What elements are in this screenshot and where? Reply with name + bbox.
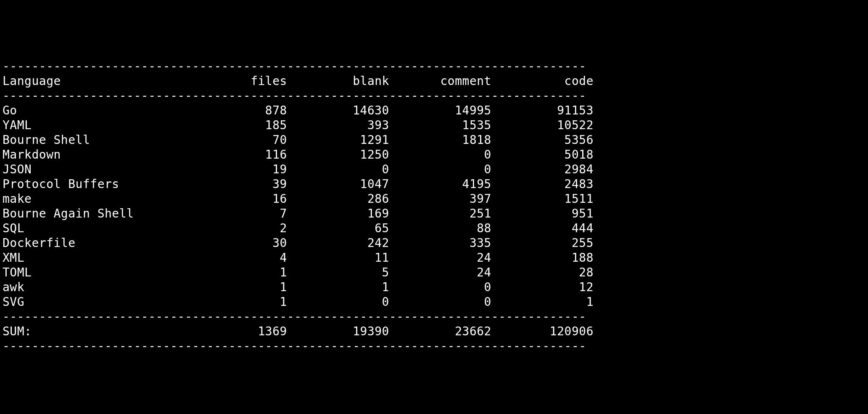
cell-code: 1: [491, 295, 594, 309]
cell-language: Bourne Shell: [3, 133, 185, 147]
cell-files: 1: [185, 295, 287, 309]
cell-code: 28: [491, 265, 594, 279]
cell-code: 2984: [491, 162, 594, 176]
cell-comment: 88: [389, 221, 491, 235]
table-row: TOML 1 5 24 28: [3, 265, 594, 279]
cell-files: 70: [185, 133, 287, 147]
col-blank: blank: [287, 74, 389, 88]
cell-code: 255: [491, 236, 594, 250]
cell-comment: 14995: [389, 104, 491, 117]
sum-comment: 23662: [389, 324, 491, 338]
cell-comment: 0: [389, 280, 491, 294]
cell-language: Bourne Again Shell: [3, 207, 185, 220]
cell-blank: 0: [287, 162, 389, 176]
cell-language: Protocol Buffers: [3, 177, 185, 191]
separator: ----------------------------------------…: [3, 59, 586, 73]
sum-code: 120906: [491, 324, 594, 338]
table-row: SQL 2 65 88 444: [3, 221, 594, 235]
cell-blank: 242: [287, 236, 389, 250]
cell-comment: 24: [389, 265, 491, 279]
col-files: files: [185, 74, 287, 88]
cell-blank: 1291: [287, 133, 389, 147]
cell-blank: 11: [287, 251, 389, 265]
cell-files: 16: [185, 192, 287, 206]
sum-blank: 19390: [287, 324, 389, 338]
cell-language: XML: [3, 251, 185, 265]
table-row: make 16 286 397 1511: [3, 192, 594, 206]
cell-files: 30: [185, 236, 287, 250]
table-row: YAML 185 393 1535 10522: [3, 118, 594, 132]
cell-comment: 1818: [389, 133, 491, 147]
table-row: XML 4 11 24 188: [3, 251, 594, 265]
cell-comment: 1535: [389, 118, 491, 132]
cell-blank: 393: [287, 118, 389, 132]
cell-code: 2483: [491, 177, 594, 191]
cell-files: 116: [185, 148, 287, 162]
cloc-output: ----------------------------------------…: [0, 59, 868, 353]
table-row: Bourne Again Shell 7 169 251 951: [3, 207, 594, 220]
cell-code: 5018: [491, 148, 594, 162]
table-row: Go 878 14630 14995 91153: [3, 104, 594, 117]
cell-files: 19: [185, 162, 287, 176]
cell-blank: 286: [287, 192, 389, 206]
cell-code: 5356: [491, 133, 594, 147]
col-comment: comment: [389, 74, 491, 88]
cell-files: 7: [185, 207, 287, 220]
cell-files: 1: [185, 265, 287, 279]
cell-comment: 335: [389, 236, 491, 250]
cell-language: make: [3, 192, 185, 206]
table-row: Dockerfile 30 242 335 255: [3, 236, 594, 250]
cell-comment: 251: [389, 207, 491, 220]
table-row: awk 1 1 0 12: [3, 280, 594, 294]
table-row: Protocol Buffers 39 1047 4195 2483: [3, 177, 594, 191]
cell-blank: 5: [287, 265, 389, 279]
cell-comment: 397: [389, 192, 491, 206]
cell-code: 951: [491, 207, 594, 220]
col-code: code: [491, 74, 594, 88]
table-row: Bourne Shell 70 1291 1818 5356: [3, 133, 594, 147]
cell-code: 1511: [491, 192, 594, 206]
cell-code: 188: [491, 251, 594, 265]
cell-code: 444: [491, 221, 594, 235]
cell-code: 12: [491, 280, 594, 294]
cell-files: 39: [185, 177, 287, 191]
cell-language: TOML: [3, 265, 185, 279]
cell-blank: 14630: [287, 104, 389, 117]
col-language: Language: [3, 74, 185, 88]
cell-files: 1: [185, 280, 287, 294]
cell-language: YAML: [3, 118, 185, 132]
cell-language: Go: [3, 104, 185, 117]
table-row: Markdown 116 1250 0 5018: [3, 148, 594, 162]
sum-label: SUM:: [3, 324, 185, 338]
cell-comment: 24: [389, 251, 491, 265]
cell-code: 10522: [491, 118, 594, 132]
cell-blank: 65: [287, 221, 389, 235]
cell-files: 185: [185, 118, 287, 132]
cell-language: Dockerfile: [3, 236, 185, 250]
cell-language: SQL: [3, 221, 185, 235]
cell-comment: 0: [389, 162, 491, 176]
cell-blank: 1: [287, 280, 389, 294]
cell-language: SVG: [3, 295, 185, 309]
sum-row: SUM: 1369 19390 23662 120906: [3, 324, 594, 338]
cell-blank: 1047: [287, 177, 389, 191]
cell-files: 878: [185, 104, 287, 117]
cell-code: 91153: [491, 104, 594, 117]
cell-comment: 0: [389, 295, 491, 309]
cell-files: 4: [185, 251, 287, 265]
cell-language: awk: [3, 280, 185, 294]
cell-comment: 0: [389, 148, 491, 162]
cell-blank: 0: [287, 295, 389, 309]
cell-blank: 169: [287, 207, 389, 220]
cell-language: JSON: [3, 162, 185, 176]
cell-blank: 1250: [287, 148, 389, 162]
cell-comment: 4195: [389, 177, 491, 191]
separator: ----------------------------------------…: [3, 89, 586, 103]
sum-files: 1369: [185, 324, 287, 338]
separator: ----------------------------------------…: [3, 310, 586, 324]
table-row: SVG 1 0 0 1: [3, 295, 594, 309]
cell-files: 2: [185, 221, 287, 235]
cell-language: Markdown: [3, 148, 185, 162]
table-row: JSON 19 0 0 2984: [3, 162, 594, 176]
separator: ----------------------------------------…: [3, 339, 586, 353]
